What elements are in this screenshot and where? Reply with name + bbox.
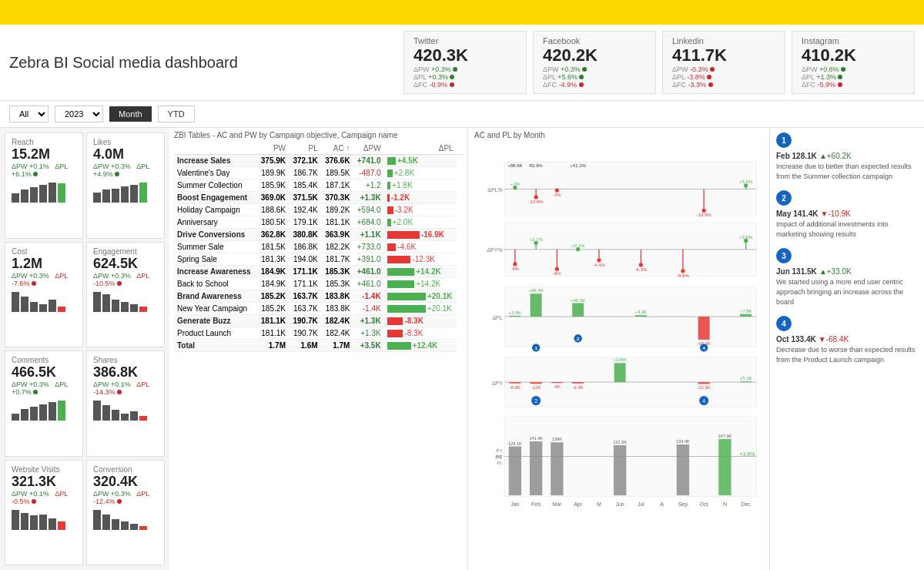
svg-text:ΔPY%: ΔPY% [487,247,502,253]
comment-text: Impact of additional investments into ma… [776,220,918,239]
row-pw: 180.5K [256,216,289,229]
row-ac: 182.4K [321,315,353,327]
row-dpl: -12.3K [384,253,457,266]
comment-item-3: 3 Jun 131.5K ▲+33.0K We started using a … [776,248,918,307]
commentary-panel: 1 Feb 128.1K ▲+60.2K Increase due to bet… [770,128,924,570]
svg-text:+3.6%: +3.6% [740,451,755,457]
header-row: Zebra BI Social media dashboard Twitter … [0,25,924,101]
kpi-delta: ΔPW +0.3% ΔPL -7.6% [12,272,76,287]
kpi-label: Engagement [93,247,158,256]
row-dpl: -3.2K [384,204,457,216]
kpi-panel: Reach 15.2M ΔPW +0.1% ΔPL +6.1% Likes 4.… [0,128,169,570]
svg-text:+2.8K: +2.8K [509,310,521,315]
comment-text: We started using a more end user centric… [776,277,918,307]
bar-segment [139,307,147,312]
dpl-bar [387,206,393,214]
kpi-value: 386.8K [93,364,158,381]
row-pl: 186.8K [289,241,321,253]
row-pl: 171.1K [289,278,321,290]
row-dpw: +1.3K [353,327,383,340]
col-header: PL [289,142,321,155]
dpl-bar [387,231,420,239]
svg-text:+7.8K: +7.8K [740,308,752,314]
col-header: ΔPL [384,142,457,155]
kpi-delta: ΔPW +0.3% ΔPL -10.5% [93,272,158,287]
svg-text:+2%: +2% [511,181,521,186]
svg-rect-71 [740,314,752,317]
bar-segment [112,519,119,530]
svg-rect-86 [740,381,752,382]
svg-text:+136K: +136K [613,357,627,363]
platform-label: Facebook [543,36,646,45]
svg-text:147.9K: 147.9K [718,434,732,438]
table-row: Spring Sale 181.3K 194.0K 181.7K +391.0 … [174,253,463,266]
group-row: Increase Awareness 184.9K 171.1K 185.3K … [174,266,463,278]
dpl-bar [387,169,393,177]
row-pl: 1.6M [289,340,321,352]
row-dpw: +3.5K [353,340,383,352]
row-pl: 163.7K [289,290,321,303]
svg-text:Sep: Sep [678,501,688,508]
svg-text:+40.5K: +40.5K [571,297,585,303]
row-dpw: +684.0 [353,216,383,229]
comment-month: Feb 128.1K ▲+60.2K [776,151,918,160]
bar-segment [139,183,147,203]
row-dpl: +20.1K [384,303,457,315]
table-row: Product Launch 181.1K 190.7K 182.4K +1.3… [174,327,463,340]
svg-text:4: 4 [702,398,705,404]
row-ac: 182.2K [321,241,353,253]
svg-text:141.4K: 141.4K [529,436,543,441]
svg-rect-95 [614,445,626,495]
comment-text: Decrease due to worse than expected resu… [776,345,918,364]
platform-label: Twitter [413,36,517,45]
col-header: ΔPW [353,142,383,155]
row-dpl: -1.2K [384,192,457,204]
row-dpw: +391.0 [353,253,383,266]
kpi-label: Comments [12,356,76,364]
filter-select[interactable]: All [9,106,49,122]
bar-segment [93,193,101,203]
row-dpl: +2.8K [384,167,457,179]
row-pw: 184.9K [256,266,289,278]
year-select[interactable]: 2023 [55,106,103,122]
kpi-card-comments: Comments 466.5K ΔPW +0.3% ΔPL +0.7% [5,350,83,457]
app-title: Zebra BI Social media dashboard [9,54,238,72]
svg-text:-4.4%: -4.4% [593,262,606,267]
controls-row: All 2023 Month YTD [0,101,924,128]
bar-segment [58,521,65,530]
platform-label: Linkedin [672,36,775,45]
svg-rect-78 [551,382,563,383]
row-name: Drive Conversions [174,229,256,241]
row-ac: 182.4K [321,327,353,340]
row-name: New Year Campaign [174,303,256,315]
svg-text:-8.8K: -8.8K [510,384,521,390]
kpi-mini-chart [93,181,158,203]
bar-segment [12,193,19,203]
row-ac: 185.3K [321,278,353,290]
bar-segment [130,411,138,421]
group-row: Brand Awareness 185.2K 163.7K 183.8K -1.… [174,290,463,303]
kpi-value: 466.5K [12,364,76,381]
group-row: Total 1.7M 1.6M 1.7M +3.5K +12.4K [174,340,463,352]
ytd-button[interactable]: YTD [158,106,195,122]
row-pw: 189.9K [256,167,289,179]
row-pw: 181.3K [256,253,289,266]
social-card-linkedin: Linkedin 411.7K ΔPW -0.3% ΔPL -3.8% ΔFC … [662,31,785,94]
kpi-card-cost: Cost 1.2M ΔPW +0.3% ΔPL -7.6% [5,242,83,348]
row-name: Boost Engagement [174,192,256,204]
bar-segment [21,189,28,203]
row-dpw: +741.0 [353,155,383,167]
group-row: Boost Engagement 369.0K 371.5K 370.3K +1… [174,192,463,204]
comment-circle: 1 [776,132,792,148]
kpi-label: Reach [12,138,76,146]
svg-text:Oct: Oct [700,501,708,507]
month-button[interactable]: Month [109,106,152,122]
row-pw: 184.9K [256,278,289,290]
row-ac: 370.3K [321,192,353,204]
row-name: Generate Buzz [174,315,256,327]
kpi-card-conversion: Conversion 320.4K ΔPW +0.3% ΔPL -12.4% [86,460,165,566]
bar-segment [39,515,47,530]
svg-text:Mar: Mar [552,501,562,507]
svg-rect-93 [551,442,563,495]
bar-segment [102,189,110,203]
